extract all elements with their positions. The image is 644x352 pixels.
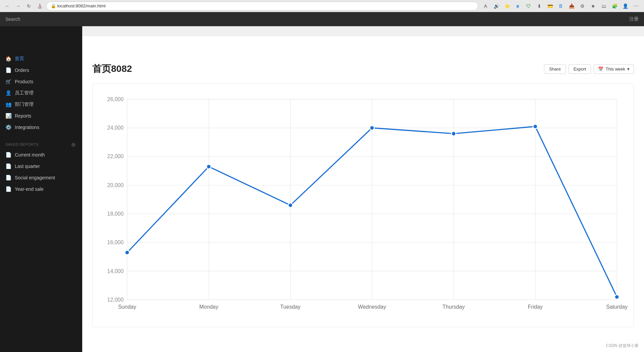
svg-text:Friday: Friday xyxy=(528,304,543,310)
edge-drop-icon[interactable]: 📥 xyxy=(567,1,576,11)
sidebar-item-label-orders: Orders xyxy=(15,68,29,73)
shield-icon[interactable]: 🛡 xyxy=(524,1,533,11)
svg-text:12,000: 12,000 xyxy=(107,297,124,303)
main-content: 首页8082 Share Export 📅 This week ▾ 12,000… xyxy=(82,36,644,352)
export-button[interactable]: Export xyxy=(568,64,591,74)
svg-text:16,000: 16,000 xyxy=(107,239,124,245)
sidebar-item-label-home: 首页 xyxy=(15,56,24,62)
sidebar-item-label-departments: 部门管理 xyxy=(15,101,34,107)
profile-icon[interactable]: 👤 xyxy=(621,1,630,11)
top-search-bar: Search 注册 xyxy=(0,12,644,26)
svg-text:20,000: 20,000 xyxy=(107,182,124,188)
report-icon: 📄 xyxy=(5,152,11,158)
departments-icon: 👥 xyxy=(5,101,11,107)
sidebar-item-employees[interactable]: 👤 员工管理 xyxy=(0,87,82,99)
register-label[interactable]: 注册 xyxy=(629,16,639,22)
svg-text:26,000: 26,000 xyxy=(107,96,124,102)
svg-text:Tuesday: Tuesday xyxy=(280,304,300,310)
saved-report-label-year-end-sale: Year-end sale xyxy=(15,186,44,192)
period-selector-button[interactable]: 📅 This week ▾ xyxy=(594,64,634,74)
address-bar[interactable]: 🔒 localhost:8082/main.html xyxy=(46,2,478,10)
sidebar-item-departments[interactable]: 👥 部门管理 xyxy=(0,99,82,110)
home-browser-button[interactable]: ⛪ xyxy=(36,2,44,10)
svg-text:18,000: 18,000 xyxy=(107,211,124,217)
wallet-icon[interactable]: 💳 xyxy=(545,1,555,11)
report-icon: 📄 xyxy=(5,163,11,169)
saved-report-last-quarter[interactable]: 📄 Last quarter xyxy=(0,161,82,172)
refresh-button[interactable]: ↻ xyxy=(25,2,33,10)
page-header: 首页8082 Share Export 📅 This week ▾ xyxy=(92,62,634,75)
sidebar: 🏠 首页 📄 Orders 🛒 Products 👤 员工管理 👥 部门管理 📊… xyxy=(0,24,82,352)
add-saved-report-button[interactable]: ⊕ xyxy=(70,141,77,148)
saved-reports-label: SAVED REPORTS xyxy=(5,142,39,146)
svg-point-26 xyxy=(370,126,374,130)
svg-text:Thursday: Thursday xyxy=(443,304,465,310)
report-icon: 📄 xyxy=(5,175,11,181)
extensions-icon[interactable]: 🧩 xyxy=(610,1,619,11)
svg-point-28 xyxy=(533,124,537,129)
favorites-icon[interactable]: ⭐ xyxy=(502,1,512,11)
saved-report-label-current-month: Current month xyxy=(15,152,45,158)
reports-icon: 📊 xyxy=(5,113,11,119)
calendar-icon: 📅 xyxy=(598,67,603,72)
saved-report-label-social-engagement: Social engagement xyxy=(15,175,55,180)
favorites-star-icon[interactable]: ★ xyxy=(588,1,598,11)
svg-point-23 xyxy=(125,250,129,255)
read-aloud-icon[interactable]: 🔊 xyxy=(492,1,501,11)
settings-icon[interactable]: ⚙ xyxy=(578,1,587,11)
svg-point-24 xyxy=(206,164,211,169)
collections-icon[interactable]: 🗂 xyxy=(599,1,608,11)
chevron-down-icon: ▾ xyxy=(627,67,630,72)
saved-report-year-end-sale[interactable]: 📄 Year-end sale xyxy=(0,183,82,195)
line-chart: 12,00014,00016,00018,00020,00022,00024,0… xyxy=(96,90,630,322)
sidebar-item-home[interactable]: 🏠 首页 xyxy=(0,53,82,64)
sidebar-item-label-integrations: Integrations xyxy=(15,125,39,130)
saved-reports-list: 📄 Current month 📄 Last quarter 📄 Social … xyxy=(0,149,82,195)
svg-text:Monday: Monday xyxy=(199,304,218,310)
sidebar-item-reports[interactable]: 📊 Reports xyxy=(0,110,82,122)
sidebar-item-label-employees: 员工管理 xyxy=(15,90,34,96)
browser-chrome: ← → ↻ ⛪ 🔒 localhost:8082/main.html A 🔊 ⭐… xyxy=(0,0,644,12)
orders-icon: 📄 xyxy=(5,67,11,73)
svg-text:14,000: 14,000 xyxy=(107,268,124,274)
share-button[interactable]: Share xyxy=(544,64,566,74)
integrations-icon: ⚙️ xyxy=(5,124,11,130)
sidebar-item-integrations[interactable]: ⚙️ Integrations xyxy=(0,122,82,133)
svg-text:Sunday: Sunday xyxy=(118,304,136,310)
forward-button[interactable]: → xyxy=(14,2,22,10)
sidebar-item-orders[interactable]: 📄 Orders xyxy=(0,64,82,76)
saved-report-current-month[interactable]: 📄 Current month xyxy=(0,149,82,161)
sidebar-item-label-reports: Reports xyxy=(15,113,31,119)
svg-point-25 xyxy=(288,203,293,207)
svg-text:24,000: 24,000 xyxy=(107,125,124,131)
sidebar-item-label-products: Products xyxy=(15,79,33,84)
url-text: localhost:8082/main.html xyxy=(57,3,106,8)
page-title: 首页8082 xyxy=(92,62,132,75)
report-icon: 📄 xyxy=(5,186,11,192)
svg-text:Wednesday: Wednesday xyxy=(358,304,386,310)
footer-credit: CSDN @篮球小童 xyxy=(606,343,639,349)
saved-report-social-engagement[interactable]: 📄 Social engagement xyxy=(0,172,82,183)
bing-icon[interactable]: B xyxy=(556,1,565,11)
svg-text:Saturday: Saturday xyxy=(606,304,628,310)
home-icon: 🏠 xyxy=(5,56,11,62)
products-icon: 🛒 xyxy=(5,79,11,85)
saved-reports-section-title: SAVED REPORTS ⊕ xyxy=(0,136,82,149)
svg-point-29 xyxy=(615,295,619,299)
svg-point-27 xyxy=(451,131,456,136)
page-actions: Share Export 📅 This week ▾ xyxy=(544,64,634,74)
download-icon[interactable]: ⬇ xyxy=(535,1,544,11)
search-label: Search xyxy=(5,16,629,22)
saved-report-label-last-quarter: Last quarter xyxy=(15,164,40,169)
svg-text:22,000: 22,000 xyxy=(107,153,124,159)
browser-action-bar: A 🔊 ⭐ e 🛡 ⬇ 💳 B 📥 ⚙ ★ 🗂 🧩 👤 ⋯ xyxy=(481,1,641,11)
period-label: This week xyxy=(605,67,625,72)
sidebar-nav: 🏠 首页 📄 Orders 🛒 Products 👤 员工管理 👥 部门管理 📊… xyxy=(0,50,82,136)
lock-icon: 🔒 xyxy=(51,3,56,8)
sidebar-item-products[interactable]: 🛒 Products xyxy=(0,76,82,87)
edge-logo-icon[interactable]: e xyxy=(513,1,523,11)
employees-icon: 👤 xyxy=(5,90,11,96)
more-menu-icon[interactable]: ⋯ xyxy=(631,1,641,11)
translate-icon[interactable]: A xyxy=(481,1,490,11)
back-button[interactable]: ← xyxy=(3,2,11,10)
